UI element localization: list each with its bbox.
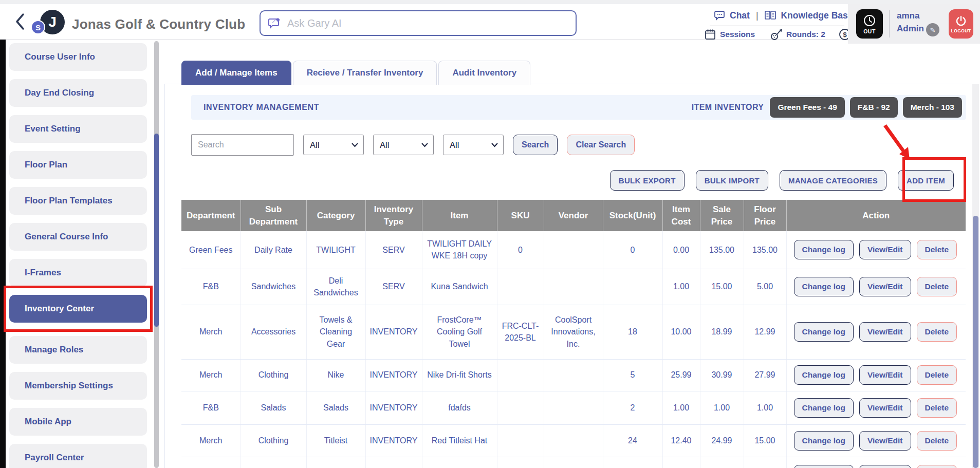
- table-scrollbar-thumb[interactable]: [973, 216, 978, 468]
- cell-stock: 0: [603, 231, 662, 269]
- tab-label: Recieve / Transfer Inventory: [307, 68, 423, 78]
- badge-green-fees: Green Fees - 49: [770, 97, 844, 118]
- select-value: All: [450, 140, 459, 150]
- inventory-table: Department Sub Department Category Inven…: [181, 200, 966, 468]
- sessions-link[interactable]: Sessions: [720, 30, 755, 39]
- sidebar-item-day-end-closing[interactable]: Day End Closing: [9, 79, 147, 107]
- sidebar-item-i-frames[interactable]: I-Frames: [9, 259, 147, 287]
- cell-vendor: CoolSport Innovations, Inc.: [544, 305, 603, 359]
- rounds-count: Rounds: 2: [786, 30, 825, 39]
- cell-department: Merch: [181, 424, 241, 457]
- ask-gary-ai-field[interactable]: [260, 10, 577, 36]
- sidebar-item-label: Floor Plan: [25, 160, 67, 170]
- back-button[interactable]: [13, 11, 27, 32]
- tab-add-manage-items[interactable]: Add / Manage Items: [181, 61, 291, 85]
- cell-item: TWILIGHT DAILY WKE 18H copy: [422, 231, 497, 269]
- sidebar-item-floor-plan[interactable]: Floor Plan: [9, 151, 147, 179]
- filter-select-1[interactable]: All: [303, 135, 364, 155]
- change-log-button[interactable]: Change log: [794, 240, 854, 259]
- search-input[interactable]: [191, 134, 294, 156]
- ask-gary-ai-input[interactable]: [287, 17, 568, 29]
- chat-link[interactable]: Chat: [730, 10, 750, 21]
- svg-text:$: $: [843, 31, 847, 39]
- tab-audit-inventory[interactable]: Audit Inventory: [438, 61, 530, 85]
- table-row: Green Fees Daily Rate TWILIGHT SERV TWIL…: [181, 231, 966, 269]
- view-edit-button[interactable]: View/Edit: [859, 322, 911, 342]
- view-edit-button[interactable]: View/Edit: [859, 277, 911, 296]
- cell-department: F&B: [181, 269, 241, 305]
- header-links: Chat | Knowledge Base: [714, 9, 853, 22]
- delete-button[interactable]: Delete: [917, 431, 957, 451]
- inventory-management-title: INVENTORY MANAGEMENT: [204, 103, 319, 112]
- cell-item-cost: 0.00: [662, 231, 700, 269]
- cell-department: Merch: [181, 305, 241, 359]
- sidebar-item-inventory-center[interactable]: Inventory Center: [9, 295, 147, 323]
- manage-categories-button[interactable]: MANAGE CATEGORIES: [780, 170, 886, 191]
- delete-button[interactable]: Delete: [917, 398, 957, 418]
- view-edit-button[interactable]: View/Edit: [859, 465, 911, 468]
- chat-compose-icon: [268, 16, 281, 30]
- tab-receive-transfer-inventory[interactable]: Recieve / Transfer Inventory: [293, 61, 437, 85]
- bulk-import-button[interactable]: BULK IMPORT: [696, 170, 768, 191]
- logout-button[interactable]: LOGOUT: [949, 9, 973, 39]
- cell-sku: [497, 424, 544, 457]
- tab-label: Audit Inventory: [452, 68, 516, 78]
- filter-select-3[interactable]: All: [443, 135, 504, 155]
- filter-select-2[interactable]: All: [373, 135, 434, 155]
- change-log-button[interactable]: Change log: [794, 431, 854, 451]
- cell-department: F&B: [181, 391, 241, 424]
- cell-item-cost: 1.00: [662, 391, 700, 424]
- cell-item: Kuna Sandwich: [422, 269, 497, 305]
- view-edit-button[interactable]: View/Edit: [859, 398, 911, 418]
- cell-item: fdafds: [422, 391, 497, 424]
- user-divider: [889, 10, 890, 38]
- knowledge-base-icon: [764, 10, 776, 21]
- bulk-export-button[interactable]: BULK EXPORT: [610, 170, 685, 191]
- delete-button[interactable]: Delete: [917, 322, 957, 342]
- view-edit-button[interactable]: View/Edit: [859, 431, 911, 451]
- cell-floor-price: 135.00: [744, 231, 786, 269]
- sidebar-item-course-user-info[interactable]: Course User Info: [9, 43, 147, 71]
- col-floor-price: Floor Price: [744, 200, 786, 231]
- logo-s-badge: S: [31, 20, 45, 34]
- change-log-button[interactable]: Change log: [794, 322, 854, 342]
- delete-button[interactable]: Delete: [917, 365, 957, 385]
- change-log-button[interactable]: Change log: [794, 365, 854, 385]
- add-item-button[interactable]: ADD ITEM: [898, 170, 954, 191]
- delete-button[interactable]: Delete: [917, 277, 957, 296]
- change-log-button[interactable]: Change log: [794, 465, 854, 468]
- sidebar-item-label: Payroll Center: [25, 453, 84, 463]
- sidebar-item-label: I-Frames: [25, 268, 61, 278]
- sidebar-item-event-setting[interactable]: Event Setting: [9, 115, 147, 143]
- pencil-icon: ✎: [930, 26, 936, 34]
- cell-vendor: [544, 231, 603, 269]
- cell-sub-department: Salads: [241, 391, 306, 424]
- sidebar-item-membership-settings[interactable]: Membership Settings: [9, 372, 147, 400]
- window-top-strip: [0, 0, 980, 4]
- sidebar-scrollbar-thumb[interactable]: [154, 134, 159, 327]
- sidebar-item-general-course-info[interactable]: General Course Info: [9, 223, 147, 251]
- sidebar-item-payroll-center[interactable]: Payroll Center: [9, 444, 147, 468]
- cell-inventory-type: SERV: [365, 269, 422, 305]
- sidebar-item-manage-roles[interactable]: Manage Roles: [9, 336, 147, 364]
- change-log-button[interactable]: Change log: [794, 398, 854, 418]
- delete-button[interactable]: Delete: [917, 240, 957, 259]
- knowledge-base-link[interactable]: Knowledge Base: [781, 10, 853, 21]
- clear-search-button[interactable]: Clear Search: [567, 135, 635, 155]
- change-log-button[interactable]: Change log: [794, 277, 854, 296]
- item-inventory-label: ITEM INVENTORY: [692, 103, 764, 112]
- clock-out-button[interactable]: OUT: [856, 9, 883, 39]
- view-edit-button[interactable]: View/Edit: [859, 240, 911, 259]
- col-vendor: Vendor: [544, 200, 603, 231]
- cell-item: FrostCore™ Cooling Golf Towel: [422, 305, 497, 359]
- cell-floor-price: 12.99: [744, 305, 786, 359]
- search-button[interactable]: Search: [513, 135, 558, 155]
- view-edit-button[interactable]: View/Edit: [859, 365, 911, 385]
- table-row: Merch Clothing Nike INVENTORY Nike Dri-f…: [181, 359, 966, 391]
- cell-vendor: [544, 359, 603, 391]
- edit-profile-button[interactable]: ✎: [926, 23, 939, 36]
- delete-button[interactable]: Delete: [917, 465, 957, 468]
- sidebar-item-floor-plan-templates[interactable]: Floor Plan Templates: [9, 187, 147, 215]
- cell-stock: 2: [603, 391, 662, 424]
- sidebar-item-mobile-app[interactable]: Mobile App: [9, 408, 147, 436]
